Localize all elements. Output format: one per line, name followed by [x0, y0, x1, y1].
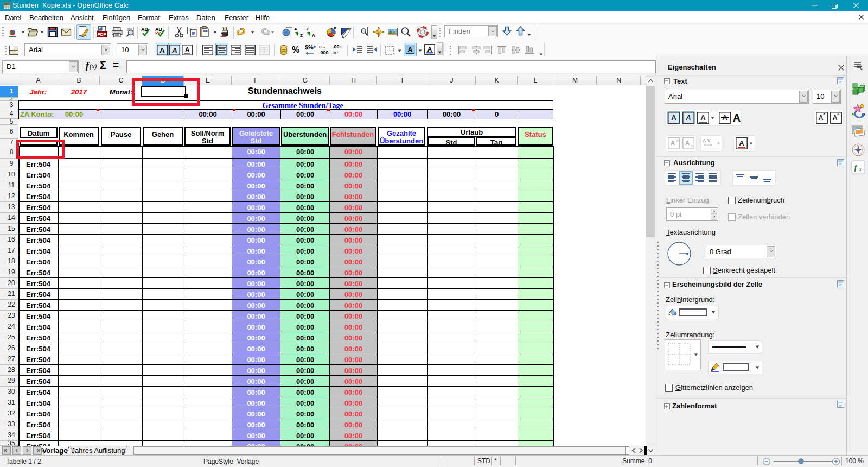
svg-text:0↵: 0↵: [333, 51, 339, 55]
svg-text:A V: A V: [703, 138, 711, 143]
svg-text:A: A: [159, 46, 165, 54]
svg-text:A: A: [171, 46, 177, 54]
svg-text:N: N: [857, 144, 859, 148]
svg-text:0: 0: [340, 45, 343, 49]
svg-text:n: n: [676, 139, 679, 143]
svg-text:n: n: [691, 144, 693, 148]
svg-text:.000: .000: [319, 50, 329, 55]
svg-text:A: A: [700, 113, 706, 122]
svg-text:A: A: [671, 113, 676, 122]
svg-text:A: A: [733, 112, 741, 124]
svg-text:Z: Z: [306, 27, 309, 31]
svg-text:A: A: [294, 27, 297, 31]
svg-text:PDF: PDF: [98, 32, 106, 37]
svg-text:A: A: [739, 139, 744, 147]
svg-text:A: A: [185, 46, 190, 54]
svg-text:A: A: [671, 140, 675, 146]
svg-text:AB: AB: [155, 27, 162, 32]
svg-text:Z: Z: [300, 33, 303, 38]
svg-text:.00: .00: [333, 44, 340, 49]
svg-text:0→: 0→: [319, 45, 326, 49]
svg-text:A: A: [819, 114, 824, 122]
svg-text:$%: $%: [305, 44, 314, 51]
svg-text:A: A: [685, 113, 691, 122]
svg-text:A: A: [407, 46, 413, 54]
svg-text:x: x: [859, 166, 862, 172]
svg-text:A: A: [833, 114, 838, 122]
svg-text:A: A: [685, 140, 690, 146]
svg-text:A: A: [312, 33, 315, 38]
svg-text:A: A: [427, 46, 432, 53]
